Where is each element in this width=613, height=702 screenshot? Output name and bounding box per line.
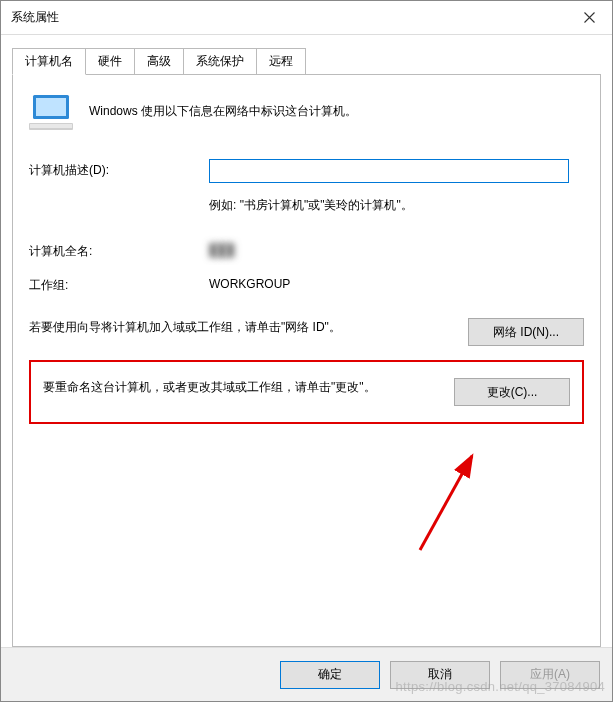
titlebar: 系统属性 — [1, 1, 612, 35]
close-button[interactable] — [566, 1, 612, 34]
dialog-button-bar: 确定 取消 应用(A) — [1, 647, 612, 701]
window-title: 系统属性 — [11, 9, 59, 26]
intro-row: Windows 使用以下信息在网络中标识这台计算机。 — [29, 93, 584, 131]
description-input[interactable] — [209, 159, 569, 183]
description-row: 计算机描述(D): — [29, 159, 584, 183]
system-properties-window: 系统属性 计算机名 硬件 高级 系统保护 远程 Windows 使用以下信息在网… — [0, 0, 613, 702]
tab-system-protection[interactable]: 系统保护 — [183, 48, 257, 74]
workgroup-value: WORKGROUP — [209, 274, 290, 291]
computer-icon — [29, 93, 73, 131]
change-text: 要重命名这台计算机，或者更改其域或工作组，请单击"更改"。 — [43, 378, 440, 397]
change-button[interactable]: 更改(C)... — [454, 378, 570, 406]
tab-row: 计算机名 硬件 高级 系统保护 远程 — [12, 48, 601, 74]
change-row: 要重命名这台计算机，或者更改其域或工作组，请单击"更改"。 更改(C)... — [43, 378, 570, 406]
svg-rect-3 — [30, 124, 72, 128]
network-id-text: 若要使用向导将计算机加入域或工作组，请单击"网络 ID"。 — [29, 318, 454, 337]
workgroup-label: 工作组: — [29, 274, 209, 294]
ok-button[interactable]: 确定 — [280, 661, 380, 689]
change-highlight-box: 要重命名这台计算机，或者更改其域或工作组，请单击"更改"。 更改(C)... — [29, 360, 584, 424]
tab-panel-computer-name: Windows 使用以下信息在网络中标识这台计算机。 计算机描述(D): 例如:… — [12, 74, 601, 647]
description-example: 例如: "书房计算机"或"美玲的计算机"。 — [209, 197, 584, 214]
cancel-button[interactable]: 取消 — [390, 661, 490, 689]
fullname-row: 计算机全名: ███ — [29, 240, 584, 260]
network-id-row: 若要使用向导将计算机加入域或工作组，请单击"网络 ID"。 网络 ID(N)..… — [29, 318, 584, 346]
close-icon — [584, 12, 595, 23]
fullname-value: ███ — [209, 240, 235, 257]
svg-rect-1 — [36, 98, 66, 116]
tab-advanced[interactable]: 高级 — [134, 48, 184, 74]
tab-remote[interactable]: 远程 — [256, 48, 306, 74]
intro-text: Windows 使用以下信息在网络中标识这台计算机。 — [89, 93, 357, 120]
fullname-label: 计算机全名: — [29, 240, 209, 260]
network-id-button[interactable]: 网络 ID(N)... — [468, 318, 584, 346]
tab-area: 计算机名 硬件 高级 系统保护 远程 Windows 使用以下信息在网络中标识这… — [1, 35, 612, 647]
workgroup-row: 工作组: WORKGROUP — [29, 274, 584, 294]
tab-hardware[interactable]: 硬件 — [85, 48, 135, 74]
apply-button[interactable]: 应用(A) — [500, 661, 600, 689]
description-label: 计算机描述(D): — [29, 159, 209, 179]
tab-computer-name[interactable]: 计算机名 — [12, 48, 86, 75]
